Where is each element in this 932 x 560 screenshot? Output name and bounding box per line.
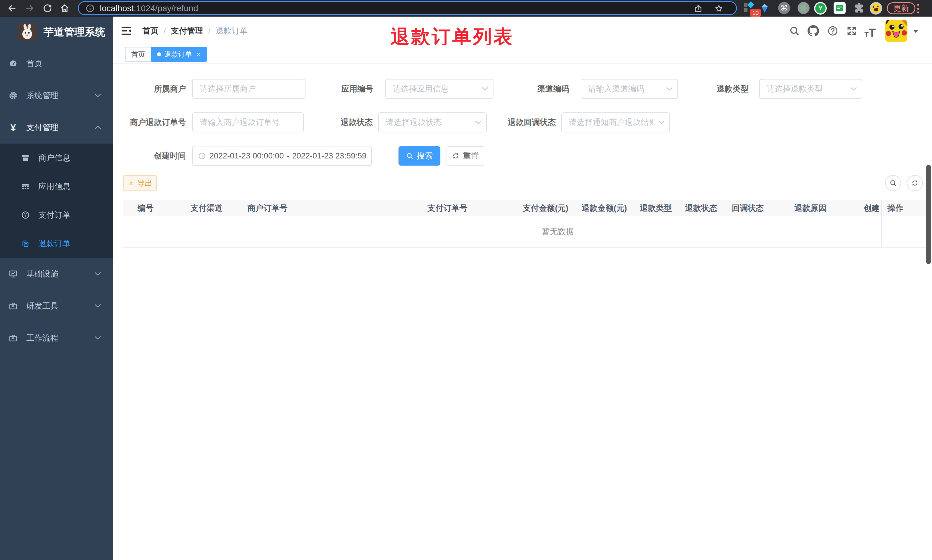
site-info-icon[interactable]	[86, 4, 95, 13]
scrollbar[interactable]	[926, 165, 931, 264]
refresh-table-button[interactable]	[907, 175, 923, 191]
bookmark-star-icon[interactable]	[714, 4, 723, 13]
sidebar: 芋道管理系统 首页 系统管理 ¥ 支付管理 商户信息 应用信息	[0, 17, 113, 560]
sidebar-item-workflow[interactable]: 工作流程	[0, 322, 113, 354]
sidebar-item-label: 应用信息	[38, 181, 71, 192]
merchant-refund-no-input[interactable]	[192, 112, 304, 132]
copy-document-icon	[21, 239, 30, 248]
block-square-icon	[744, 8, 747, 12]
breadcrumb-home[interactable]: 首页	[143, 25, 158, 36]
notify-status-select[interactable]: 请选择通知商户退款结果	[561, 112, 670, 132]
active-dot-icon	[157, 52, 161, 56]
search-icon[interactable]	[789, 25, 800, 36]
main-area: 首页 / 支付管理 / 退款订单 退款订单列表 TT 首页	[113, 17, 932, 560]
sidebar-item-app-info[interactable]: 应用信息	[0, 172, 113, 201]
refund-type-select[interactable]: 请选择退款类型	[759, 79, 862, 99]
avatar[interactable]	[885, 20, 907, 42]
column-header-refund-amount: 退款金额(元)	[581, 200, 627, 216]
channel-select[interactable]: 请输入渠道编码	[581, 79, 678, 99]
briefcase-icon	[9, 334, 18, 343]
tab-refund-order[interactable]: 退款订单 ×	[151, 47, 207, 62]
avatar-caret-icon[interactable]	[913, 30, 918, 35]
sidebar-item-label: 首页	[26, 58, 42, 69]
column-header-callback-status: 回调状态	[732, 200, 764, 216]
extension-blocks-icon[interactable]: 10	[743, 2, 756, 15]
sidebar-item-infra[interactable]: 基础设施	[0, 258, 113, 290]
merchant-input-field[interactable]	[193, 80, 305, 98]
content: 所属商户 应用编号 请选择应用信息 渠道编码 请输入渠道编码 退款类型 请选择退…	[113, 63, 932, 560]
browser-forward-icon[interactable]	[25, 3, 35, 14]
clock-icon	[198, 152, 206, 160]
extension-chat-icon[interactable]	[834, 2, 846, 14]
navbar: 首页 / 支付管理 / 退款订单 退款订单列表 TT	[113, 17, 932, 45]
chevron-down-icon	[658, 120, 665, 125]
browser-update-button[interactable]: 更新	[887, 2, 915, 14]
briefcase-icon	[9, 302, 18, 311]
search-button[interactable]: 搜索	[398, 146, 440, 166]
app-select[interactable]: 请选择应用信息	[385, 79, 494, 99]
extension-emoji-icon[interactable]	[870, 2, 882, 15]
sidebar-item-payment[interactable]: ¥ 支付管理	[0, 112, 113, 143]
create-time-range-picker[interactable]: 2022-01-23 00:00:00 - 2022-01-23 23:59:5…	[192, 146, 372, 166]
filter-label-refund-type: 退款类型	[681, 79, 749, 99]
sidebar-item-label: 支付订单	[38, 210, 71, 220]
rabbit-logo-icon	[18, 23, 37, 41]
column-header-pay-order-no: 支付订单号	[428, 200, 468, 216]
chevron-down-icon	[666, 86, 673, 92]
extension-gem-icon[interactable]	[759, 2, 771, 15]
block-square-icon	[744, 3, 747, 7]
sidebar-item-system[interactable]: 系统管理	[0, 80, 113, 112]
search-icon	[889, 179, 897, 187]
merchant-refund-no-field[interactable]	[193, 113, 303, 132]
tab-label: 退款订单	[165, 50, 192, 59]
toggle-search-button[interactable]	[885, 175, 901, 191]
extensions-puzzle-icon[interactable]	[853, 2, 865, 14]
help-icon[interactable]	[827, 25, 838, 36]
browser-reload-icon[interactable]	[42, 3, 52, 14]
github-icon[interactable]	[807, 25, 819, 37]
browser-back-icon[interactable]	[7, 3, 17, 14]
font-size-icon[interactable]: TT	[864, 23, 881, 38]
date-end-value: 2022-01-23 23:59:59	[292, 151, 366, 160]
reset-button[interactable]: 重置	[446, 146, 484, 166]
sidebar-item-label: 基础设施	[26, 269, 58, 279]
chat-bubble-icon	[836, 5, 843, 11]
tab-home[interactable]: 首页	[125, 47, 151, 62]
browser-home-icon[interactable]	[60, 3, 70, 14]
browser-menu-icon[interactable]	[917, 4, 920, 14]
extension-command-icon[interactable]: ⌘	[778, 2, 790, 14]
search-icon	[406, 152, 414, 160]
extension-y-icon[interactable]: Y	[814, 2, 827, 15]
url-bar[interactable]: localhost :1024/pay/refund	[78, 1, 737, 15]
refund-status-select[interactable]: 请选择退款状态	[378, 112, 487, 132]
date-start-value: 2022-01-23 00:00:00	[209, 151, 283, 160]
diamond-icon	[747, 1, 754, 8]
svg-text:¥: ¥	[24, 213, 27, 218]
sidebar-item-label: 系统管理	[26, 90, 58, 101]
sidebar-item-refund-order[interactable]: 退款订单	[0, 229, 113, 258]
store-icon	[21, 154, 30, 162]
column-header-actions: 操作	[887, 200, 903, 216]
merchant-input[interactable]	[192, 79, 306, 99]
share-icon[interactable]	[694, 4, 703, 13]
filter-label-merchant-refund-no: 商户退款订单号	[113, 112, 186, 132]
export-button[interactable]: 导出	[123, 175, 157, 191]
breadcrumb-payment[interactable]: 支付管理	[171, 25, 203, 36]
sidebar-item-label: 商户信息	[38, 152, 71, 163]
sidebar-submenu: 商户信息 应用信息 ¥ 支付订单 退款订单	[0, 143, 113, 258]
fullscreen-icon[interactable]	[846, 25, 857, 36]
breadcrumb-current: 退款订单	[216, 25, 248, 36]
sidebar-item-home[interactable]: 首页	[0, 48, 113, 80]
tab-close-icon[interactable]: ×	[197, 51, 200, 58]
column-header-create-time: 创建时间	[864, 200, 880, 216]
sidebar-item-merchant-info[interactable]: 商户信息	[0, 143, 113, 172]
sidebar-item-dev-tools[interactable]: 研发工具	[0, 290, 113, 322]
sidebar-item-pay-order[interactable]: ¥ 支付订单	[0, 201, 113, 229]
extension-dot-icon[interactable]	[798, 2, 810, 14]
sidebar-item-label: 研发工具	[26, 301, 58, 311]
sidebar-item-label: 工作流程	[26, 332, 58, 343]
sidebar-collapse-icon[interactable]	[121, 25, 132, 37]
date-separator: -	[283, 151, 292, 160]
sidebar-item-label: 退款订单	[38, 238, 71, 249]
sidebar-logo[interactable]: 芋道管理系统	[0, 17, 113, 48]
